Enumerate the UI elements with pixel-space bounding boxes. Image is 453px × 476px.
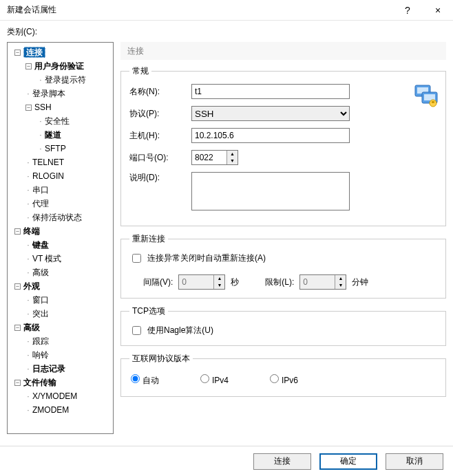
auto-reconnect-checkbox[interactable] bbox=[132, 254, 141, 263]
window-title: 新建会话属性 bbox=[7, 4, 392, 16]
legend-general: 常规 bbox=[129, 65, 151, 77]
chevron-down-icon: ▼ bbox=[335, 282, 346, 289]
collapse-icon[interactable]: − bbox=[25, 63, 32, 69]
radio-ipv6[interactable]: IPv6 bbox=[270, 374, 298, 387]
tree-proxy[interactable]: 代理 bbox=[32, 199, 49, 208]
tree-connection[interactable]: 连接 bbox=[23, 47, 45, 58]
tree-trace[interactable]: 跟踪 bbox=[32, 336, 49, 346]
tree-advanced-t[interactable]: 高级 bbox=[32, 268, 49, 277]
close-icon[interactable]: × bbox=[423, 0, 453, 21]
tree-security[interactable]: 安全性 bbox=[45, 116, 70, 126]
label-seconds: 秒 bbox=[231, 277, 239, 288]
tree-highlight[interactable]: 突出 bbox=[32, 309, 49, 318]
tree-advanced[interactable]: 高级 bbox=[23, 323, 40, 332]
radio-ipv4[interactable]: IPv4 bbox=[200, 374, 229, 387]
ok-button[interactable]: 确定 bbox=[319, 453, 377, 470]
tree-window[interactable]: 窗口 bbox=[32, 295, 49, 305]
auto-reconnect-label: 连接异常关闭时自动重新连接(A) bbox=[147, 252, 266, 264]
label-port: 端口号(O): bbox=[129, 152, 185, 164]
label-desc: 说明(D): bbox=[129, 172, 185, 184]
tree-rlogin[interactable]: RLOGIN bbox=[32, 171, 64, 181]
interval-stepper: ▲▼ bbox=[178, 274, 225, 290]
tree-auth[interactable]: 用户身份验证 bbox=[34, 61, 84, 71]
collapse-icon[interactable]: − bbox=[14, 50, 21, 56]
chevron-down-icon[interactable]: ▼ bbox=[227, 158, 238, 164]
protocol-select[interactable]: SSH bbox=[191, 106, 350, 121]
nagle-label: 使用Nagle算法(U) bbox=[147, 325, 213, 336]
host-input[interactable] bbox=[191, 128, 350, 143]
collapse-icon[interactable]: − bbox=[14, 283, 21, 290]
collapse-icon[interactable]: − bbox=[14, 325, 21, 331]
category-label: 类别(C): bbox=[7, 26, 446, 38]
tree-tunnel[interactable]: 隧道 bbox=[45, 130, 61, 140]
chevron-up-icon[interactable]: ▲ bbox=[227, 151, 238, 158]
legend-reconnect: 重新连接 bbox=[129, 233, 168, 245]
group-tcp: TCP选项 使用Nagle算法(U) bbox=[120, 305, 446, 346]
limit-stepper: ▲▼ bbox=[299, 274, 346, 290]
category-tree[interactable]: −连接 −用户身份验证 ·登录提示符 ·登录脚本 −SSH ·安全性 ·隧道 ·… bbox=[7, 42, 114, 434]
tree-serial[interactable]: 串口 bbox=[32, 185, 49, 195]
tree-keyboard[interactable]: 键盘 bbox=[32, 240, 49, 250]
tree-terminal[interactable]: 终端 bbox=[23, 226, 40, 236]
label-minutes: 分钟 bbox=[352, 277, 368, 288]
collapse-icon[interactable]: − bbox=[25, 105, 32, 111]
tree-xymodem[interactable]: X/YMODEM bbox=[32, 391, 77, 401]
tree-zmodem[interactable]: ZMODEM bbox=[32, 405, 69, 415]
name-input[interactable] bbox=[191, 84, 350, 99]
collapse-icon[interactable]: − bbox=[14, 380, 21, 386]
tree-sftp[interactable]: SFTP bbox=[45, 144, 66, 153]
port-stepper[interactable]: ▲▼ bbox=[191, 150, 238, 165]
chevron-up-icon: ▲ bbox=[214, 275, 224, 282]
radio-auto[interactable]: 自动 bbox=[131, 374, 159, 387]
tree-log[interactable]: 日志记录 bbox=[32, 364, 65, 374]
label-name: 名称(N): bbox=[129, 86, 185, 98]
legend-tcp: TCP选项 bbox=[129, 305, 168, 317]
label-protocol: 协议(P): bbox=[129, 108, 185, 120]
nagle-checkbox[interactable] bbox=[132, 326, 141, 335]
label-host: 主机(H): bbox=[129, 130, 185, 142]
chevron-up-icon: ▲ bbox=[335, 275, 346, 282]
tree-file-transfer[interactable]: 文件传输 bbox=[23, 378, 56, 387]
tree-ssh[interactable]: SSH bbox=[34, 102, 52, 112]
chevron-down-icon: ▼ bbox=[214, 282, 224, 289]
group-ipversion: 互联网协议版本 自动 IPv4 IPv6 bbox=[120, 353, 446, 397]
tree-appearance[interactable]: 外观 bbox=[23, 281, 40, 291]
tree-login-prompt[interactable]: 登录提示符 bbox=[45, 75, 86, 85]
description-input[interactable] bbox=[191, 172, 350, 210]
collapse-icon[interactable]: − bbox=[14, 228, 21, 235]
connect-button[interactable]: 连接 bbox=[253, 453, 311, 470]
legend-ipversion: 互联网协议版本 bbox=[129, 353, 193, 365]
cancel-button[interactable]: 取消 bbox=[386, 453, 443, 470]
tree-bell[interactable]: 响铃 bbox=[32, 350, 49, 360]
group-reconnect: 重新连接 连接异常关闭时自动重新连接(A) 间隔(V): ▲▼ 秒 限制(L): bbox=[120, 233, 446, 299]
tree-vt[interactable]: VT 模式 bbox=[32, 254, 61, 263]
port-input[interactable] bbox=[192, 151, 226, 164]
svg-rect-5 bbox=[432, 101, 434, 103]
label-limit: 限制(L): bbox=[265, 277, 294, 288]
panel-header: 连接 bbox=[120, 42, 446, 60]
computers-icon bbox=[412, 81, 440, 109]
tree-login-script[interactable]: 登录脚本 bbox=[32, 89, 65, 98]
limit-input bbox=[300, 275, 335, 289]
tree-keepalive[interactable]: 保持活动状态 bbox=[32, 213, 82, 222]
label-interval: 间隔(V): bbox=[143, 277, 173, 288]
help-icon[interactable]: ? bbox=[392, 0, 423, 21]
group-general: 常规 名称(N): 协议(P): SSH 主机(H): 端口号(O): bbox=[120, 65, 446, 226]
tree-telnet[interactable]: TELNET bbox=[32, 158, 64, 167]
interval-input bbox=[179, 275, 213, 289]
